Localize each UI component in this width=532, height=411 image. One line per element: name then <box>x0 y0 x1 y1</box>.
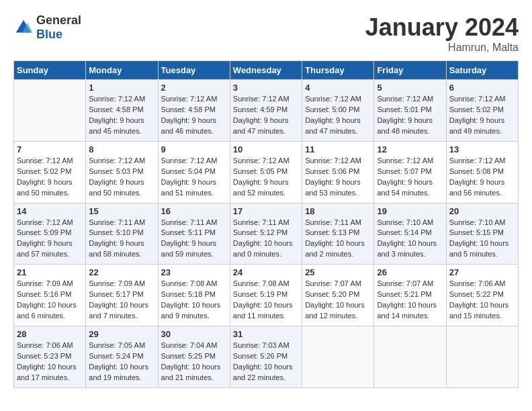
sunset-text: Sunset: 5:18 PM <box>161 290 216 298</box>
sunrise-text: Sunrise: 7:11 AM <box>161 218 218 226</box>
sunrise-text: Sunrise: 7:11 AM <box>233 218 290 226</box>
calendar-cell: 19Sunrise: 7:10 AMSunset: 5:14 PMDayligh… <box>374 203 446 265</box>
sunset-text: Sunset: 5:19 PM <box>233 290 287 298</box>
cell-content: Sunrise: 7:11 AMSunset: 5:11 PMDaylight:… <box>161 218 227 261</box>
cell-content: Sunrise: 7:09 AMSunset: 5:16 PMDaylight:… <box>17 279 83 322</box>
daylight-text: Daylight: 10 hours and 5 minutes. <box>449 239 509 258</box>
cell-content: Sunrise: 7:12 AMSunset: 5:02 PMDaylight:… <box>449 94 515 137</box>
day-number: 7 <box>17 144 83 154</box>
day-number: 10 <box>233 144 299 154</box>
cell-content: Sunrise: 7:04 AMSunset: 5:25 PMDaylight:… <box>161 340 227 383</box>
day-number: 5 <box>377 83 443 93</box>
day-number: 11 <box>305 144 371 154</box>
cell-content: Sunrise: 7:03 AMSunset: 5:26 PMDaylight:… <box>233 340 299 383</box>
day-number: 27 <box>449 267 515 277</box>
sunset-text: Sunset: 5:08 PM <box>449 167 504 175</box>
daylight-text: Daylight: 9 hours and 52 minutes. <box>233 178 289 197</box>
cell-content: Sunrise: 7:10 AMSunset: 5:15 PMDaylight:… <box>449 218 515 261</box>
sunset-text: Sunset: 5:00 PM <box>305 105 359 113</box>
sunset-text: Sunset: 5:05 PM <box>233 167 287 175</box>
sunrise-text: Sunrise: 7:12 AM <box>17 218 73 226</box>
calendar-cell: 6Sunrise: 7:12 AMSunset: 5:02 PMDaylight… <box>446 80 518 142</box>
daylight-text: Daylight: 9 hours and 47 minutes. <box>233 116 289 135</box>
sunset-text: Sunset: 5:01 PM <box>377 105 431 113</box>
sunrise-text: Sunrise: 7:07 AM <box>305 279 361 287</box>
daylight-text: Daylight: 9 hours and 58 minutes. <box>89 239 144 258</box>
sunset-text: Sunset: 5:04 PM <box>161 167 216 175</box>
sunset-text: Sunset: 5:12 PM <box>233 228 287 236</box>
cell-content: Sunrise: 7:07 AMSunset: 5:21 PMDaylight:… <box>377 279 443 322</box>
calendar-cell: 4Sunrise: 7:12 AMSunset: 5:00 PMDaylight… <box>302 80 374 142</box>
day-number: 16 <box>161 206 227 216</box>
sunrise-text: Sunrise: 7:12 AM <box>161 156 218 165</box>
calendar-cell: 7Sunrise: 7:12 AMSunset: 5:02 PMDaylight… <box>14 141 86 203</box>
cell-content: Sunrise: 7:12 AMSunset: 5:05 PMDaylight:… <box>233 156 299 199</box>
daylight-text: Daylight: 9 hours and 56 minutes. <box>449 178 505 197</box>
daylight-text: Daylight: 9 hours and 59 minutes. <box>161 239 217 258</box>
daylight-text: Daylight: 10 hours and 7 minutes. <box>89 301 148 320</box>
cell-content: Sunrise: 7:12 AMSunset: 5:03 PMDaylight:… <box>89 156 154 199</box>
day-number: 20 <box>449 206 515 216</box>
sunset-text: Sunset: 5:16 PM <box>17 290 71 298</box>
day-number: 4 <box>305 83 371 93</box>
sunset-text: Sunset: 5:07 PM <box>377 167 431 175</box>
daylight-text: Daylight: 10 hours and 11 minutes. <box>233 301 293 320</box>
sunrise-text: Sunrise: 7:12 AM <box>233 95 290 103</box>
month-title: January 2024 <box>365 13 519 42</box>
sunset-text: Sunset: 5:14 PM <box>377 228 431 236</box>
cell-content: Sunrise: 7:10 AMSunset: 5:14 PMDaylight:… <box>377 218 443 261</box>
daylight-text: Daylight: 9 hours and 53 minutes. <box>305 178 361 197</box>
daylight-text: Daylight: 10 hours and 22 minutes. <box>233 363 293 381</box>
calendar-cell: 31Sunrise: 7:03 AMSunset: 5:26 PMDayligh… <box>230 326 302 388</box>
sunset-text: Sunset: 5:23 PM <box>17 352 71 360</box>
sunrise-text: Sunrise: 7:07 AM <box>377 279 433 287</box>
daylight-text: Daylight: 10 hours and 17 minutes. <box>17 363 77 381</box>
calendar-week-row: 28Sunrise: 7:06 AMSunset: 5:23 PMDayligh… <box>14 326 519 388</box>
calendar-table: SundayMondayTuesdayWednesdayThursdayFrid… <box>13 60 519 388</box>
cell-content: Sunrise: 7:08 AMSunset: 5:18 PMDaylight:… <box>161 279 227 322</box>
cell-content: Sunrise: 7:12 AMSunset: 5:08 PMDaylight:… <box>449 156 515 199</box>
sunrise-text: Sunrise: 7:12 AM <box>89 95 145 103</box>
logo-icon <box>13 17 34 38</box>
calendar-cell: 14Sunrise: 7:12 AMSunset: 5:09 PMDayligh… <box>14 203 86 265</box>
sunset-text: Sunset: 4:58 PM <box>161 105 216 113</box>
weekday-header: Friday <box>374 61 446 80</box>
day-number: 3 <box>233 83 299 93</box>
weekday-header: Tuesday <box>158 61 230 80</box>
cell-content: Sunrise: 7:12 AMSunset: 4:58 PMDaylight:… <box>89 94 154 137</box>
sunset-text: Sunset: 5:06 PM <box>305 167 359 175</box>
sunset-text: Sunset: 5:22 PM <box>449 290 504 298</box>
cell-content: Sunrise: 7:06 AMSunset: 5:23 PMDaylight:… <box>17 340 83 383</box>
weekday-header-row: SundayMondayTuesdayWednesdayThursdayFrid… <box>14 61 519 80</box>
day-number: 21 <box>17 267 83 277</box>
day-number: 24 <box>233 267 299 277</box>
calendar-cell <box>302 326 374 388</box>
day-number: 23 <box>161 267 227 277</box>
calendar-cell <box>446 326 518 388</box>
cell-content: Sunrise: 7:12 AMSunset: 5:09 PMDaylight:… <box>17 218 83 261</box>
sunset-text: Sunset: 5:25 PM <box>161 352 216 360</box>
day-number: 22 <box>89 267 154 277</box>
day-number: 18 <box>305 206 371 216</box>
daylight-text: Daylight: 10 hours and 0 minutes. <box>233 239 293 258</box>
daylight-text: Daylight: 9 hours and 47 minutes. <box>305 116 361 135</box>
calendar-cell: 13Sunrise: 7:12 AMSunset: 5:08 PMDayligh… <box>446 141 518 203</box>
sunset-text: Sunset: 5:21 PM <box>377 290 431 298</box>
sunset-text: Sunset: 5:02 PM <box>449 105 504 113</box>
sunrise-text: Sunrise: 7:12 AM <box>233 156 290 165</box>
sunrise-text: Sunrise: 7:09 AM <box>89 279 145 287</box>
logo-blue: Blue <box>36 28 81 42</box>
sunset-text: Sunset: 4:58 PM <box>89 105 143 113</box>
sunrise-text: Sunrise: 7:03 AM <box>233 341 290 349</box>
sunrise-text: Sunrise: 7:05 AM <box>89 341 145 349</box>
logo-general: General <box>36 13 81 28</box>
title-block: January 2024 Hamrun, Malta <box>365 13 519 54</box>
sunrise-text: Sunrise: 7:12 AM <box>449 95 506 103</box>
daylight-text: Daylight: 9 hours and 49 minutes. <box>449 116 505 135</box>
cell-content: Sunrise: 7:12 AMSunset: 4:59 PMDaylight:… <box>233 94 299 137</box>
cell-content: Sunrise: 7:11 AMSunset: 5:12 PMDaylight:… <box>233 218 299 261</box>
weekday-header: Wednesday <box>230 61 302 80</box>
cell-content: Sunrise: 7:05 AMSunset: 5:24 PMDaylight:… <box>89 340 154 383</box>
sunset-text: Sunset: 5:17 PM <box>89 290 143 298</box>
daylight-text: Daylight: 10 hours and 6 minutes. <box>17 301 77 320</box>
